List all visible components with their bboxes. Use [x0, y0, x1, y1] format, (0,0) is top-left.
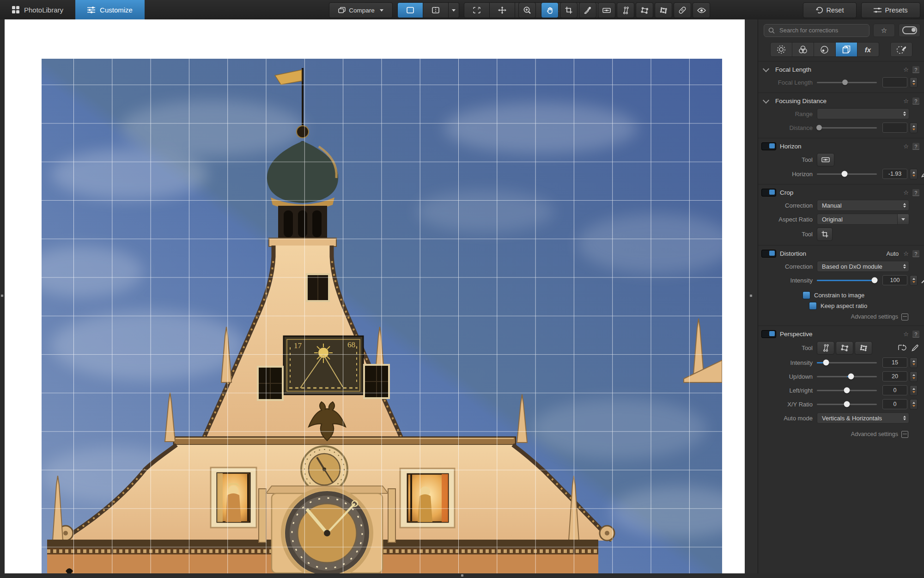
eight-points-tool-button[interactable]	[855, 341, 872, 355]
distance-stepper[interactable]	[910, 123, 918, 133]
compare-button[interactable]: Compare	[329, 2, 393, 18]
updown-slider[interactable]	[817, 376, 877, 377]
distortion-intensity-slider[interactable]	[817, 280, 877, 281]
help-icon[interactable]: ?	[912, 189, 919, 196]
tab-fx[interactable]: fx	[857, 42, 879, 57]
perspective-intensity-slider[interactable]	[817, 362, 877, 363]
active-corrections-toggle[interactable]	[899, 24, 920, 37]
help-icon[interactable]: ?	[912, 66, 919, 73]
local-adjustments-button[interactable]	[890, 42, 912, 57]
favorite-star-icon[interactable]: ☆	[903, 189, 909, 196]
eight-points-tool-button-toolbar[interactable]	[655, 2, 672, 18]
favorite-star-icon[interactable]: ☆	[903, 98, 909, 105]
distortion-intensity-value[interactable]: 100	[882, 275, 907, 285]
single-view-button[interactable]	[397, 2, 423, 18]
horizon-value[interactable]: -1.93	[882, 169, 907, 179]
distortion-correction-select[interactable]: Based on DxO module	[817, 261, 909, 272]
left-panel-collapsed[interactable]	[0, 19, 5, 573]
search-input[interactable]	[778, 26, 865, 34]
rectangle-tool-button[interactable]	[836, 341, 853, 355]
xy-ratio-value[interactable]: 0	[882, 399, 907, 409]
range-select[interactable]	[817, 108, 909, 119]
favorite-star-icon[interactable]: ☆	[903, 143, 909, 150]
crop-tool-button[interactable]	[817, 228, 833, 241]
pan-button[interactable]	[490, 2, 515, 18]
favorites-filter-button[interactable]: ☆	[873, 24, 895, 37]
help-icon[interactable]: ?	[912, 331, 919, 338]
image-canvas[interactable]: 17 68	[5, 19, 745, 573]
search-box[interactable]	[764, 24, 869, 37]
aspect-ratio-dropdown-button[interactable]	[897, 214, 909, 224]
favorite-star-icon[interactable]: ☆	[903, 331, 909, 338]
edited-photo[interactable]: 17 68	[42, 59, 722, 573]
help-icon[interactable]: ?	[912, 143, 919, 150]
filmstrip-collapsed[interactable]	[0, 573, 924, 578]
keep-aspect-ratio-checkbox[interactable]	[809, 302, 817, 310]
repair-tool-button[interactable]	[674, 2, 691, 18]
aspect-ratio-select[interactable]: Original	[817, 214, 909, 225]
distance-slider[interactable]	[817, 127, 877, 129]
updown-stepper[interactable]	[910, 371, 918, 382]
crop-tool-button[interactable]	[560, 2, 578, 18]
tab-detail[interactable]	[814, 42, 836, 57]
view-mode-caret-button[interactable]	[449, 2, 459, 18]
perspective-intensity-value[interactable]: 15	[882, 357, 907, 368]
presets-button[interactable]: Presets	[861, 2, 920, 18]
chevron-down-icon[interactable]	[763, 97, 769, 104]
auto-mode-select[interactable]: Verticals & Horizontals	[817, 412, 909, 424]
leftright-slider[interactable]	[817, 390, 877, 391]
color-picker-tool-button[interactable]	[579, 2, 596, 18]
force-parallel-tool-button-toolbar[interactable]	[617, 2, 634, 18]
horizon-level-tool-button[interactable]	[817, 153, 834, 166]
panel-divider-handle[interactable]	[750, 295, 752, 297]
panel-divider[interactable]	[745, 19, 758, 573]
perspective-enable-switch[interactable]	[761, 330, 776, 338]
left-panel-handle[interactable]	[1, 295, 3, 297]
reset-button[interactable]: Reset	[803, 2, 857, 18]
tab-color[interactable]	[792, 42, 814, 57]
updown-value[interactable]: 20	[882, 371, 907, 381]
fit-screen-button[interactable]	[464, 2, 490, 18]
magic-wand-icon[interactable]	[921, 277, 924, 284]
crop-enable-switch[interactable]	[761, 189, 776, 197]
distortion-advanced-settings[interactable]: Advanced settings	[758, 311, 924, 322]
xy-ratio-slider[interactable]	[817, 404, 877, 405]
horizon-slider[interactable]	[817, 173, 877, 175]
focal-length-value[interactable]	[882, 77, 907, 87]
distortion-intensity-stepper[interactable]	[910, 275, 918, 286]
reset-perspective-icon[interactable]	[898, 344, 907, 352]
horizon-stepper[interactable]	[910, 169, 918, 179]
help-icon[interactable]: ?	[912, 250, 919, 257]
leftright-value[interactable]: 0	[882, 385, 907, 395]
horizon-tool-button-toolbar[interactable]	[598, 2, 615, 18]
split-view-button[interactable]	[423, 2, 449, 18]
xy-ratio-stepper[interactable]	[910, 399, 918, 410]
tab-geometry[interactable]	[836, 42, 857, 57]
zoom-tool-button[interactable]	[518, 2, 536, 18]
focal-length-slider[interactable]	[817, 82, 877, 83]
pencil-icon[interactable]	[912, 344, 918, 351]
filmstrip-handle[interactable]	[461, 574, 463, 577]
force-parallel-tool-button[interactable]	[817, 341, 834, 355]
tab-photolibrary[interactable]: PhotoLibrary	[0, 0, 75, 19]
help-icon[interactable]: ?	[912, 98, 919, 105]
crop-correction-select[interactable]: Manual	[817, 200, 909, 211]
focal-length-stepper[interactable]	[910, 77, 918, 88]
distance-value[interactable]	[882, 123, 907, 133]
horizon-enable-switch[interactable]	[761, 142, 776, 150]
show-corrections-button[interactable]	[693, 2, 710, 18]
favorite-star-icon[interactable]: ☆	[903, 66, 909, 73]
pencil-icon[interactable]	[921, 171, 924, 178]
perspective-advanced-settings[interactable]: Advanced settings	[758, 429, 924, 440]
rectangle-tool-button-toolbar[interactable]	[636, 2, 653, 18]
constrain-to-image-checkbox[interactable]	[802, 291, 810, 299]
distortion-enable-switch[interactable]	[761, 250, 776, 258]
compare-caret-icon[interactable]	[380, 9, 383, 12]
tab-light[interactable]	[770, 42, 792, 57]
tab-customize[interactable]: Customize	[75, 0, 145, 19]
hand-tool-button[interactable]	[541, 2, 559, 18]
chevron-down-icon[interactable]	[763, 66, 769, 72]
leftright-stepper[interactable]	[910, 385, 918, 396]
favorite-star-icon[interactable]: ☆	[903, 250, 909, 257]
perspective-intensity-stepper[interactable]	[910, 357, 918, 368]
